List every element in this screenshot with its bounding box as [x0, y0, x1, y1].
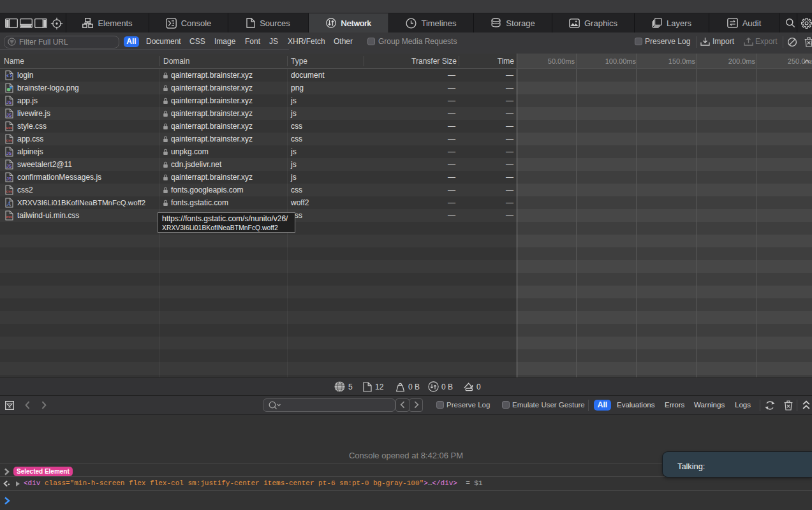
svg-text:JS: JS [6, 177, 12, 181]
svg-text:JS: JS [6, 151, 12, 156]
svg-text:JS: JS [6, 100, 12, 105]
svg-text:css: css [6, 138, 12, 142]
svg-text:A: A [6, 200, 11, 207]
svg-text:css: css [6, 215, 12, 219]
svg-text:JS: JS [6, 113, 12, 117]
svg-text:css: css [6, 189, 12, 193]
svg-text:JS: JS [6, 164, 12, 168]
svg-text:css: css [6, 126, 12, 129]
